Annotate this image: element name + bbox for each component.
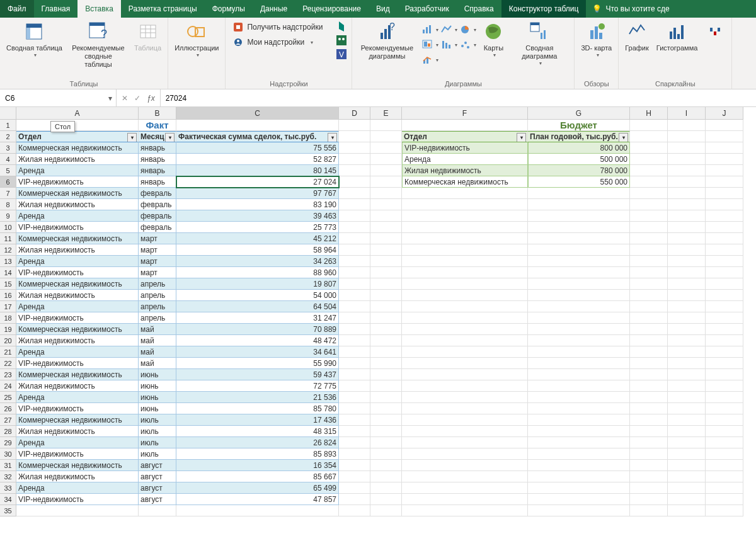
cell-G11[interactable] [528,233,630,244]
cell-C35[interactable] [176,505,339,516]
cell-D6[interactable] [339,176,370,188]
cell-A14[interactable]: VIP-недвижимость [16,267,139,278]
cell-J27[interactable] [706,414,743,426]
cell-F22[interactable] [402,358,528,369]
cell-I1[interactable] [668,120,706,131]
cell-C14[interactable]: 88 960 [176,267,339,278]
cell-E17[interactable] [370,301,402,312]
row-header-34[interactable]: 34 [0,494,16,505]
cell-H14[interactable] [630,267,668,278]
cell-C26[interactable]: 85 780 [176,403,339,414]
cell-D15[interactable] [339,278,370,290]
cell-J7[interactable] [706,188,743,199]
hierarchy-chart-icon[interactable] [421,38,439,52]
cell-H6[interactable] [630,176,668,188]
cell-A23[interactable]: Коммерческая недвижимость [16,369,139,380]
cell-A10[interactable]: VIP-недвижимость [16,222,139,233]
tab-конструктор-таблиц[interactable]: Конструктор таблиц [501,0,587,18]
cell-B6[interactable]: январь [139,176,176,188]
cell-B27[interactable]: июль [139,414,176,426]
cell-H23[interactable] [630,369,668,380]
cell-G13[interactable] [528,256,630,267]
row-header-31[interactable]: 31 [0,460,16,471]
row-header-35[interactable]: 35 [0,505,16,516]
cell-F25[interactable] [402,392,528,403]
cell-J12[interactable] [706,244,743,256]
row-header-26[interactable]: 26 [0,403,16,414]
cell-H26[interactable] [630,403,668,414]
cell-E25[interactable] [370,392,402,403]
cell-B22[interactable]: май [139,358,176,369]
cell-H30[interactable] [630,448,668,460]
cell-D13[interactable] [339,256,370,267]
cell-I34[interactable] [668,494,706,505]
cell-G18[interactable] [528,312,630,324]
tab-формулы[interactable]: Формулы [205,0,253,18]
cell-G15[interactable] [528,278,630,290]
cell-I26[interactable] [668,403,706,414]
tab-рецензирование[interactable]: Рецензирование [295,0,369,18]
pivot-chart-button[interactable]: Сводная диаграмма [508,20,570,68]
cell-I15[interactable] [668,278,706,290]
scatter-chart-icon[interactable] [459,38,477,52]
cell-J22[interactable] [706,358,743,369]
cell-F35[interactable] [402,505,528,516]
cell-E22[interactable] [370,358,402,369]
cell-I20[interactable] [668,335,706,346]
row-header-23[interactable]: 23 [0,369,16,380]
cell-I6[interactable] [668,176,706,188]
cell-G33[interactable] [528,482,630,494]
cell-A25[interactable]: Аренда [16,392,139,403]
cell-B8[interactable]: февраль [139,199,176,210]
sparkline-bar-button[interactable]: Гистограмма [654,20,701,54]
cell-C13[interactable]: 34 263 [176,256,339,267]
cell-D35[interactable] [339,505,370,516]
cell-H20[interactable] [630,335,668,346]
cell-C8[interactable]: 83 190 [176,199,339,210]
cell-H10[interactable] [630,222,668,233]
cell-I17[interactable] [668,301,706,312]
cell-D12[interactable] [339,244,370,256]
cell-J33[interactable] [706,482,743,494]
cell-B16[interactable]: апрель [139,290,176,301]
cell-H35[interactable] [630,505,668,516]
cell-F1[interactable] [402,120,528,131]
row-header-27[interactable]: 27 [0,414,16,426]
row-header-19[interactable]: 19 [0,324,16,335]
cell-F21[interactable] [402,346,528,358]
cell-F6[interactable]: Коммерческая недвижимость [402,176,528,188]
illustrations-button[interactable]: Иллюстрации [172,20,221,60]
cell-B20[interactable]: май [139,335,176,346]
cell-F13[interactable] [402,256,528,267]
cell-B9[interactable]: февраль [139,210,176,222]
spreadsheet-grid[interactable]: ABCDEFGHIJ 12345678910111213141516171819… [0,107,756,536]
cell-D19[interactable] [339,324,370,335]
fx-icon[interactable]: ƒx [147,94,155,103]
cell-C6[interactable]: 27 024 [176,176,339,188]
cell-G32[interactable] [528,471,630,482]
row-header-2[interactable]: 2 [0,131,16,142]
cell-I3[interactable] [668,142,706,154]
row-header-9[interactable]: 9 [0,210,16,222]
cell-F10[interactable] [402,222,528,233]
cell-I13[interactable] [668,256,706,267]
cell-A35[interactable] [16,505,139,516]
cell-H32[interactable] [630,471,668,482]
cell-H15[interactable] [630,278,668,290]
cell-I5[interactable] [668,165,706,176]
cell-H29[interactable] [630,437,668,448]
cell-J2[interactable] [706,131,743,142]
cell-C4[interactable]: 52 827 [176,154,339,165]
cell-D23[interactable] [339,369,370,380]
cell-A27[interactable]: Коммерческая недвижимость [16,414,139,426]
visio-icon[interactable]: V [335,48,348,60]
maps-button[interactable]: Карты [481,20,506,60]
cell-E28[interactable] [370,426,402,437]
cell-B14[interactable]: март [139,267,176,278]
cell-B21[interactable]: май [139,346,176,358]
cell-B3[interactable]: январь [139,142,176,154]
row-header-3[interactable]: 3 [0,142,16,154]
row-header-21[interactable]: 21 [0,346,16,358]
cell-I2[interactable] [668,131,706,142]
cell-H4[interactable] [630,154,668,165]
